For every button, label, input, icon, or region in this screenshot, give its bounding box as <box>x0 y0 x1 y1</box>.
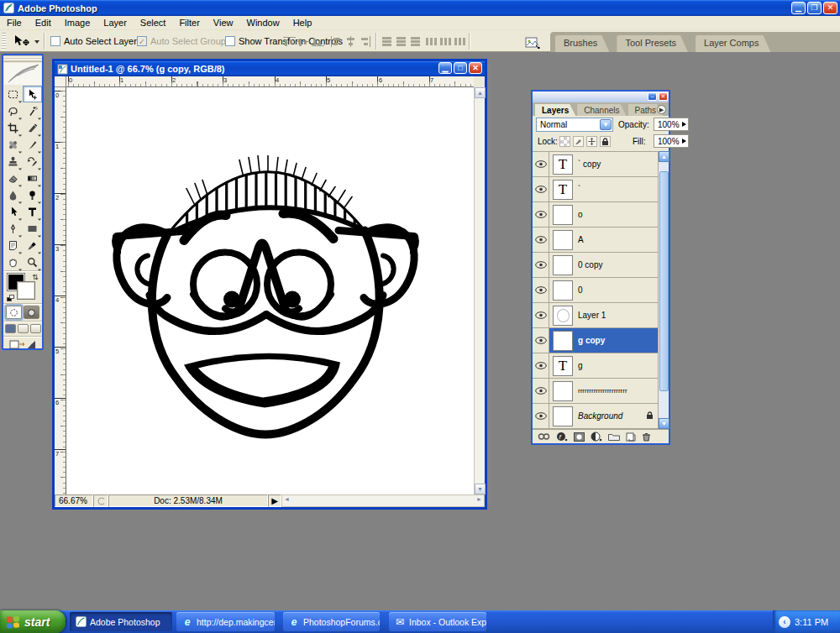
layer-row[interactable]: 0 copy <box>533 253 669 278</box>
fullscreen-menubar-mode-button[interactable] <box>18 324 29 333</box>
layers-scroll-thumb[interactable] <box>659 171 669 391</box>
fill-field[interactable]: 100% <box>654 134 689 148</box>
layer-row[interactable]: A <box>533 228 669 253</box>
healing-brush-tool[interactable] <box>3 136 23 153</box>
layer-row-selected[interactable]: Tg copy <box>533 328 669 353</box>
align-bottom-icon[interactable] <box>312 36 324 47</box>
ruler-origin[interactable] <box>55 76 66 87</box>
layers-palette-titlebar[interactable]: – ✕ <box>533 92 669 102</box>
distribute-top-icon[interactable] <box>381 36 393 47</box>
adjustment-layer-icon[interactable] <box>591 432 602 442</box>
default-colors-icon[interactable] <box>7 295 14 301</box>
status-menu-arrow-icon[interactable]: ▶ <box>268 494 281 507</box>
fullscreen-mode-button[interactable] <box>30 324 41 333</box>
hand-tool[interactable] <box>3 254 23 270</box>
auto-select-layer-checkbox[interactable]: Auto Select Layer <box>50 36 137 46</box>
layer-row[interactable]: T` <box>533 177 669 202</box>
palette-menu-icon[interactable]: ▶ <box>657 105 666 114</box>
edit-in-imageready-icon[interactable] <box>8 338 37 351</box>
layer-row[interactable]: Tg <box>533 353 669 379</box>
menu-edit[interactable]: Edit <box>29 17 58 29</box>
new-layer-icon[interactable] <box>626 432 636 442</box>
visibility-eye-icon[interactable] <box>533 228 549 252</box>
align-horizontal-center-icon[interactable] <box>344 36 357 47</box>
menu-file[interactable]: File <box>0 17 29 29</box>
clone-stamp-tool[interactable] <box>3 153 23 170</box>
crop-tool[interactable] <box>3 119 23 136</box>
menu-filter[interactable]: Filter <box>172 17 206 29</box>
slice-tool[interactable] <box>23 119 42 136</box>
brush-tool[interactable] <box>23 136 42 153</box>
opacity-field[interactable]: 100% <box>654 118 689 131</box>
doc-minimize-button[interactable]: ▁ <box>438 62 452 74</box>
app-close-button[interactable]: ✕ <box>823 2 837 14</box>
layer-row-background[interactable]: Background <box>533 404 669 429</box>
visibility-eye-icon[interactable] <box>533 202 549 227</box>
history-brush-tool[interactable] <box>23 153 42 170</box>
task-outlook-express[interactable]: ✉ Inbox - Outlook Express <box>389 612 486 631</box>
swap-colors-icon[interactable]: ⇄ <box>31 274 39 280</box>
scroll-down-icon[interactable]: ▼ <box>475 484 486 494</box>
tab-layers[interactable]: Layers <box>535 104 575 116</box>
menu-help[interactable]: Help <box>286 17 319 29</box>
visibility-eye-icon[interactable] <box>533 404 549 428</box>
lasso-tool[interactable] <box>3 102 23 119</box>
visibility-eye-icon[interactable] <box>533 278 549 302</box>
align-left-icon[interactable] <box>330 36 343 47</box>
well-tab-layer-comps[interactable]: Layer Comps <box>696 35 770 52</box>
visibility-eye-icon[interactable] <box>533 328 549 353</box>
link-layers-icon[interactable] <box>538 433 550 440</box>
doc-close-button[interactable]: ✕ <box>469 62 482 74</box>
layer-row[interactable]: Layer 1 <box>533 303 669 328</box>
background-color-swatch[interactable] <box>18 282 34 299</box>
start-button[interactable]: start <box>0 610 66 633</box>
shape-tool[interactable] <box>23 220 42 237</box>
app-titlebar[interactable]: Adobe Photoshop ▁ ❐ ✕ <box>0 0 840 16</box>
blur-tool[interactable] <box>3 186 23 203</box>
visibility-eye-icon[interactable] <box>533 177 549 201</box>
layers-scroll-up-icon[interactable]: ▲ <box>659 151 669 162</box>
doc-vertical-scrollbar[interactable]: ▲ ▼ <box>474 87 485 494</box>
align-vertical-center-icon[interactable] <box>297 36 310 47</box>
menu-image[interactable]: Image <box>58 17 97 29</box>
visibility-eye-icon[interactable] <box>533 353 549 378</box>
zoom-percentage-field[interactable]: 66.67% <box>55 494 93 507</box>
move-tool[interactable] <box>23 86 42 102</box>
visibility-eye-icon[interactable] <box>533 253 549 277</box>
standard-screen-mode-button[interactable] <box>5 324 16 333</box>
menu-window[interactable]: Window <box>240 17 286 29</box>
path-selection-tool[interactable] <box>3 203 23 220</box>
visibility-eye-icon[interactable] <box>533 303 549 327</box>
layer-row[interactable]: 0 <box>533 278 669 303</box>
type-tool[interactable] <box>23 203 42 220</box>
show-transform-controls-box[interactable] <box>225 36 235 46</box>
auto-select-layer-box[interactable] <box>50 36 60 46</box>
document-titlebar[interactable]: Untitled-1 @ 66.7% (g copy, RGB/8) ▁ □ ✕ <box>55 61 485 76</box>
task-adobe-photoshop[interactable]: Adobe Photoshop <box>70 612 172 631</box>
notes-tool[interactable] <box>3 237 23 254</box>
magic-wand-tool[interactable] <box>23 102 42 119</box>
distribute-vertical-center-icon[interactable] <box>395 36 407 47</box>
file-browser-icon[interactable] <box>522 34 541 50</box>
standard-mode-button[interactable] <box>6 306 22 319</box>
distribute-horizontal-center-icon[interactable] <box>439 36 452 47</box>
layer-row[interactable]: T` copy <box>533 152 669 177</box>
pen-tool[interactable] <box>3 220 23 237</box>
menu-select[interactable]: Select <box>134 17 173 29</box>
lock-transparency-icon[interactable] <box>559 136 570 147</box>
align-right-icon[interactable] <box>359 36 371 47</box>
dodge-tool[interactable] <box>23 186 42 203</box>
toolbox-grip[interactable] <box>3 55 42 62</box>
zoom-tool[interactable] <box>23 254 42 270</box>
lock-all-icon[interactable] <box>600 136 611 147</box>
visibility-eye-icon[interactable] <box>533 379 549 403</box>
layers-scrollbar[interactable]: ▲ ▼ <box>658 151 669 429</box>
options-grip[interactable] <box>2 33 6 50</box>
layer-mask-icon[interactable] <box>574 432 585 442</box>
task-browser-2[interactable]: e PhotoshopForums.co... <box>283 612 380 631</box>
eraser-tool[interactable] <box>3 170 23 186</box>
layers-scroll-down-icon[interactable]: ▼ <box>659 418 669 429</box>
layer-row[interactable]: o <box>533 202 669 228</box>
palette-close-button[interactable]: ✕ <box>659 92 668 101</box>
blend-dropdown-icon[interactable]: ▼ <box>600 119 612 130</box>
